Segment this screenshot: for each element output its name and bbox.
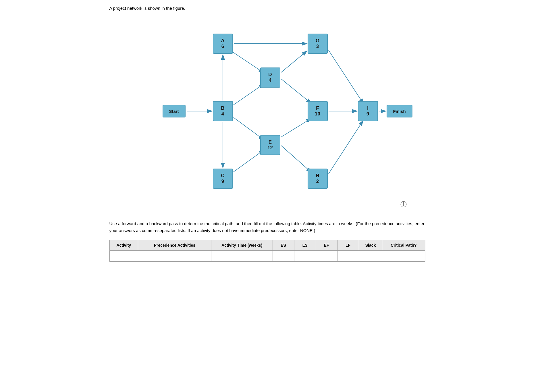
node-B-value: 4 [221, 111, 224, 117]
cell-precedence[interactable] [138, 251, 211, 262]
svg-line-10 [281, 51, 307, 72]
instructions-text: Use a forward and a backward pass to det… [109, 220, 425, 234]
svg-line-9 [281, 79, 311, 103]
cell-slack [359, 251, 382, 262]
node-H-value: 2 [316, 179, 319, 184]
node-G-label: G [316, 38, 319, 44]
col-ef: EF [316, 240, 337, 251]
node-A-value: 6 [221, 44, 224, 49]
cell-lf [337, 251, 359, 262]
col-ls: LS [294, 240, 316, 251]
info-icon[interactable]: ⓘ [400, 200, 407, 209]
node-H-label: H [316, 173, 319, 179]
svg-line-11 [281, 118, 311, 137]
node-finish: Finish [387, 105, 412, 117]
svg-line-5 [231, 51, 264, 73]
node-B-label: B [221, 105, 224, 111]
node-start: Start [163, 105, 186, 117]
col-critical: Critical Path? [382, 240, 425, 251]
col-precedence: Precedence Activities [138, 240, 211, 251]
cell-ls [294, 251, 316, 262]
svg-line-15 [329, 121, 363, 174]
node-F-label: F [316, 105, 319, 111]
node-E: E 12 [260, 135, 280, 155]
svg-line-7 [234, 117, 264, 140]
col-slack: Slack [359, 240, 382, 251]
cell-time [211, 251, 273, 262]
node-B: B 4 [213, 101, 233, 121]
node-I: I 9 [358, 101, 378, 121]
finish-label: Finish [393, 109, 406, 114]
svg-line-13 [329, 50, 364, 104]
start-label: Start [169, 109, 179, 114]
cell-critical [382, 251, 425, 262]
network-diagram: Start A 6 B 4 C 9 D 4 E 12 F 10 [151, 16, 410, 212]
node-C-label: C [221, 173, 224, 179]
col-activity: Activity [109, 240, 138, 251]
svg-line-12 [281, 146, 311, 172]
cell-ef [316, 251, 337, 262]
node-F-value: 10 [315, 111, 320, 117]
node-D-value: 4 [269, 78, 271, 83]
cell-es [273, 251, 294, 262]
node-D-label: D [268, 72, 272, 78]
node-D: D 4 [260, 67, 280, 88]
node-A-label: A [221, 38, 224, 44]
node-H: H 2 [308, 169, 328, 189]
node-C: C 9 [213, 169, 233, 189]
svg-line-8 [231, 150, 264, 174]
activity-table: Activity Precedence Activities Activity … [109, 240, 425, 262]
node-I-label: I [367, 105, 368, 111]
page-container: A project network is shown in the figure… [86, 0, 460, 273]
node-G: G 3 [308, 34, 328, 54]
node-F: F 10 [308, 101, 328, 121]
col-time: Activity Time (weeks) [211, 240, 273, 251]
node-A: A 6 [213, 34, 233, 54]
node-E-label: E [269, 139, 272, 145]
col-lf: LF [337, 240, 359, 251]
node-I-value: 9 [366, 111, 369, 117]
node-E-value: 12 [267, 145, 273, 151]
intro-text: A project network is shown in the figure… [109, 6, 451, 11]
cell-activity [109, 251, 138, 262]
node-G-value: 3 [316, 44, 319, 49]
col-es: ES [273, 240, 294, 251]
svg-line-6 [234, 84, 264, 105]
table-row [109, 251, 425, 262]
node-C-value: 9 [221, 179, 224, 184]
